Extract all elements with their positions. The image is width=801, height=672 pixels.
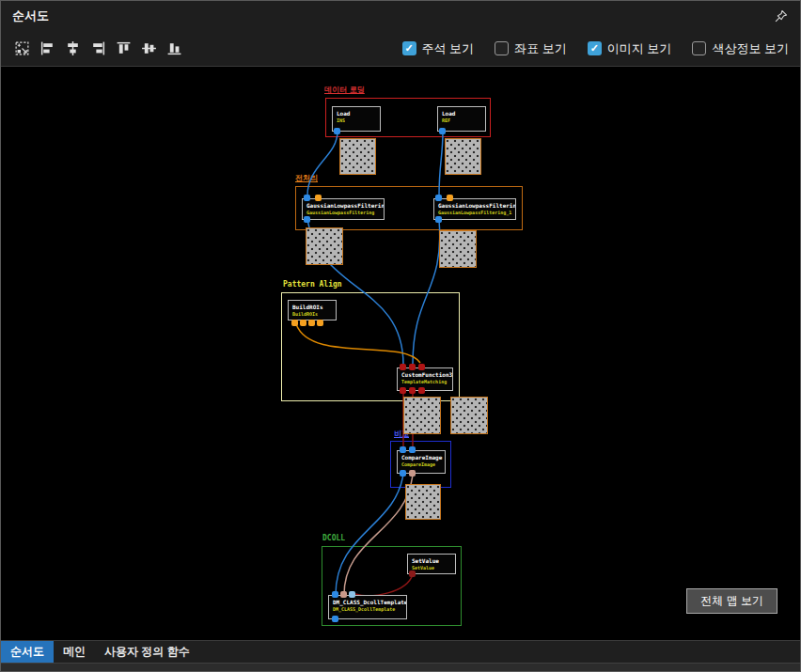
image-thumbnail-load1[interactable] xyxy=(339,138,376,175)
port-dot[interactable] xyxy=(400,446,406,453)
flow-node-gauss2[interactable]: GaussianLowpassFiltering GaussianLowpass… xyxy=(433,198,516,220)
edge-setvalue-dmclass[interactable] xyxy=(355,574,413,596)
node-subtitle: DM_CLASS_DcollTemplate xyxy=(333,606,403,613)
flow-node-buildrois[interactable]: BuildROIs BuildROIs xyxy=(288,300,337,320)
port-dot[interactable] xyxy=(447,195,453,201)
port-dot[interactable] xyxy=(304,195,310,201)
page-title: 순서도 xyxy=(12,8,49,24)
edge-compareimage-dmclass-pink[interactable] xyxy=(344,474,413,595)
tab-main[interactable]: 메인 xyxy=(54,641,95,663)
node-title: CompareImage xyxy=(401,454,442,461)
checkbox-coordinates[interactable]: 좌표 보기 xyxy=(495,40,567,57)
align-top-icon[interactable] xyxy=(114,39,133,58)
port-dot[interactable] xyxy=(300,320,306,326)
title-bar: 순서도 xyxy=(1,1,800,31)
image-thumbnail-customfunction3-b[interactable] xyxy=(450,397,488,434)
checkbox-label: 좌표 보기 xyxy=(514,40,567,57)
full-map-button[interactable]: 전체 맵 보기 xyxy=(686,588,777,614)
node-title: CustomFunction3 xyxy=(401,371,449,379)
view-toggles: ✓ 주석 보기 좌표 보기 ✓ 이미지 보기 색상정보 보기 xyxy=(402,40,790,57)
align-left-icon[interactable] xyxy=(38,39,56,58)
port-dot[interactable] xyxy=(315,195,322,201)
node-title: Load xyxy=(337,110,377,117)
alignment-tools xyxy=(12,39,183,58)
node-title: GaussianLowpassFiltering xyxy=(306,202,381,210)
edges-layer xyxy=(1,67,800,640)
align-bottom-icon[interactable] xyxy=(165,39,183,58)
node-subtitle: TemplateMatching xyxy=(401,379,449,385)
align-center-vertical-icon[interactable] xyxy=(63,39,82,58)
checkbox-label: 주석 보기 xyxy=(422,40,475,57)
port-dot[interactable] xyxy=(439,128,446,134)
port-dot[interactable] xyxy=(418,364,425,370)
pin-icon[interactable] xyxy=(772,8,789,24)
node-title: BuildROIs xyxy=(292,304,333,311)
node-title: GaussianLowpassFiltering xyxy=(438,202,512,210)
port-dot[interactable] xyxy=(400,387,406,394)
port-dot[interactable] xyxy=(317,320,323,326)
image-thumbnail-gauss1[interactable] xyxy=(306,227,343,265)
tab-user-defined-functions[interactable]: 사용자 정의 함수 xyxy=(95,641,199,663)
port-dot[interactable] xyxy=(400,470,406,477)
status-bar xyxy=(1,663,800,671)
checkbox-annotations[interactable]: ✓ 주석 보기 xyxy=(402,40,475,57)
port-dot[interactable] xyxy=(418,387,425,394)
port-dot[interactable] xyxy=(435,216,442,223)
port-dot[interactable] xyxy=(308,320,315,326)
checkbox-label: 색상정보 보기 xyxy=(712,40,789,57)
port-dot[interactable] xyxy=(334,128,340,134)
port-dot[interactable] xyxy=(332,616,338,622)
port-dot[interactable] xyxy=(349,591,355,598)
port-dot[interactable] xyxy=(409,387,416,394)
node-title: SetValue xyxy=(412,557,452,565)
port-dot[interactable] xyxy=(340,591,347,598)
port-dot[interactable] xyxy=(400,364,406,370)
flowchart-window: 순서도 xyxy=(0,0,801,672)
port-dot[interactable] xyxy=(409,470,416,477)
checkbox-label: 이미지 보기 xyxy=(607,40,672,57)
image-thumbnail-gauss2[interactable] xyxy=(439,230,477,268)
toolbar: ✓ 주석 보기 좌표 보기 ✓ 이미지 보기 색상정보 보기 xyxy=(1,31,800,67)
image-thumbnail-load2[interactable] xyxy=(445,138,481,175)
checkbox-colorinfo[interactable]: 색상정보 보기 xyxy=(692,40,789,57)
edge-load1-gauss1[interactable] xyxy=(307,132,338,195)
tab-flowchart[interactable]: 순서도 xyxy=(1,641,54,663)
checkbox-box-unchecked[interactable] xyxy=(692,41,706,55)
port-dot[interactable] xyxy=(409,446,416,453)
align-middle-horizontal-icon[interactable] xyxy=(139,39,158,58)
port-dot[interactable] xyxy=(409,364,416,370)
port-dot[interactable] xyxy=(332,591,338,598)
flowchart-canvas[interactable]: 데이터 로딩 전처리 Pattern Align 비교 DCOLL Load I… xyxy=(1,67,800,640)
port-dot[interactable] xyxy=(409,570,416,577)
flow-node-gauss1[interactable]: GaussianLowpassFiltering GaussianLowpass… xyxy=(302,198,385,220)
checkbox-box-unchecked[interactable] xyxy=(495,41,509,55)
edge-load2-gauss2[interactable] xyxy=(439,132,443,195)
checkbox-images[interactable]: ✓ 이미지 보기 xyxy=(588,40,672,57)
node-subtitle: REF xyxy=(442,117,482,124)
selection-move-icon[interactable] xyxy=(12,39,31,58)
node-subtitle: GaussianLowpassFiltering xyxy=(306,210,381,216)
align-right-icon[interactable] xyxy=(88,39,107,58)
checkbox-box-checked[interactable]: ✓ xyxy=(402,41,416,55)
port-dot[interactable] xyxy=(435,195,442,201)
image-thumbnail-customfunction3-a[interactable] xyxy=(403,397,441,434)
checkbox-box-checked[interactable]: ✓ xyxy=(588,41,602,55)
node-subtitle: INS xyxy=(337,117,377,124)
node-subtitle: SetValue xyxy=(412,565,452,571)
port-dot[interactable] xyxy=(291,320,298,326)
node-title: Load xyxy=(442,110,482,117)
node-subtitle: CompareImage xyxy=(401,461,442,468)
node-title: DM_CLASS_DcollTemplate xyxy=(333,599,403,606)
edge-gauss2-customfunction3[interactable] xyxy=(413,220,440,365)
image-thumbnail-compareimage[interactable] xyxy=(405,484,441,520)
node-subtitle: GaussianLowpassFiltering_1 xyxy=(438,210,512,216)
flow-node-dmclass-dcolltemplate[interactable]: DM_CLASS_DcollTemplate DM_CLASS_DcollTem… xyxy=(328,595,407,619)
port-dot[interactable] xyxy=(304,216,310,223)
bottom-tab-bar: 순서도 메인 사용자 정의 함수 xyxy=(1,640,800,663)
node-subtitle: BuildROIs xyxy=(292,311,333,318)
